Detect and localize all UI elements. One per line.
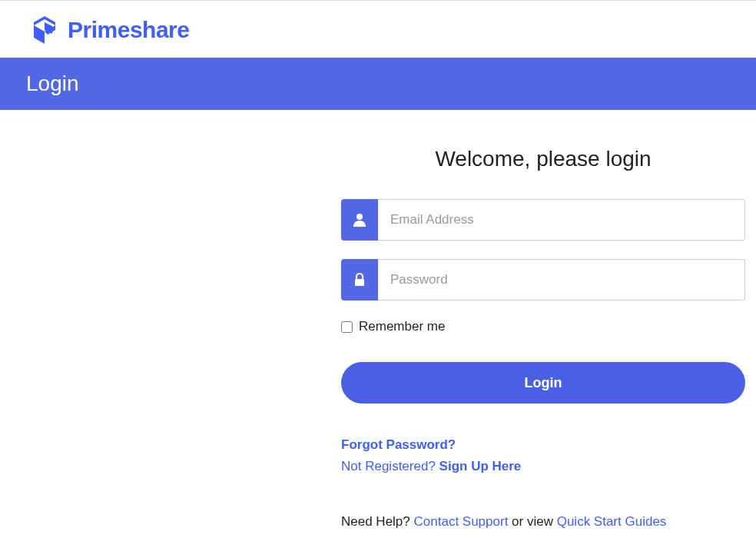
links-section: Forgot Password? Not Registered? Sign Up…: [341, 437, 745, 474]
title-bar: Login: [0, 58, 756, 110]
brand-logo-icon: [31, 15, 58, 45]
svg-point-0: [356, 214, 363, 220]
email-field[interactable]: [378, 199, 745, 241]
help-middle: or view: [508, 514, 556, 529]
login-button[interactable]: Login: [341, 362, 745, 404]
login-form-container: Welcome, please login Remember me Login …: [0, 110, 756, 530]
password-input-group: [341, 259, 745, 301]
signup-prefix: Not Registered?: [341, 459, 439, 473]
page-title: Login: [26, 71, 730, 96]
header: Primeshare: [0, 1, 756, 58]
welcome-heading: Welcome, please login: [341, 147, 745, 171]
svg-rect-1: [355, 279, 364, 286]
signup-row: Not Registered? Sign Up Here: [341, 459, 745, 474]
lock-icon: [341, 259, 378, 301]
remember-label: Remember me: [359, 319, 445, 334]
quick-start-link[interactable]: Quick Start Guides: [557, 514, 667, 529]
signup-link[interactable]: Sign Up Here: [439, 459, 522, 473]
forgot-password-link[interactable]: Forgot Password?: [341, 437, 745, 453]
remember-checkbox[interactable]: [341, 321, 353, 333]
contact-support-link[interactable]: Contact Support: [414, 514, 509, 529]
brand-name: Primeshare: [68, 17, 189, 43]
remember-me-row: Remember me: [341, 319, 745, 334]
help-row: Need Help? Contact Support or view Quick…: [341, 514, 745, 530]
help-prefix: Need Help?: [341, 514, 414, 529]
user-icon: [341, 199, 378, 241]
email-input-group: [341, 199, 745, 241]
password-field[interactable]: [378, 259, 745, 301]
